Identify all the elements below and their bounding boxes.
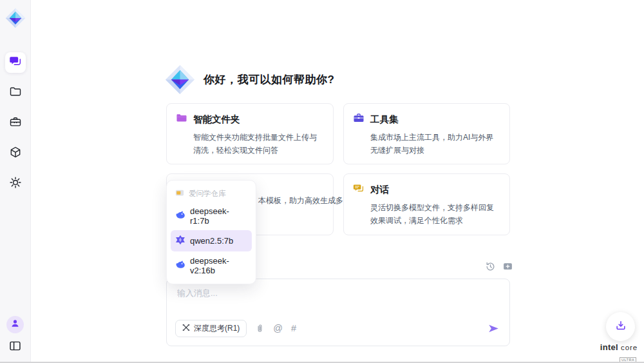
sidebar-item-tools[interactable] [5,113,26,133]
sidebar-nav [5,52,26,194]
toolbox-card-icon [353,112,365,126]
card-dialog[interactable]: 对话 灵活切换多模型文件，支持多样回复效果调试，满足个性化需求 [343,173,510,235]
sidebar-bottom [6,316,24,355]
user-avatar-icon [10,318,21,331]
composer-toolbar: 深度思考(R1) @ # [175,320,296,337]
core-wordmark: core [621,344,638,351]
card-description-fragment: 本模板，助力高效生成多 [258,195,343,206]
sidebar-item-settings[interactable] [5,173,26,194]
user-profile-button[interactable] [6,316,24,333]
history-button[interactable] [485,261,496,272]
smart-folder-icon [176,112,187,126]
model-dropdown-menu: 爱问学仓库 deepseek-r1:7b qwen2.5:7b deepseek… [166,180,256,284]
message-input[interactable] [177,288,486,315]
sidebar-item-models[interactable] [5,143,26,164]
card-description: 智能文件夹功能支持批量文件上传与清洗，轻松实现文件问答 [193,131,323,157]
model-option-deepseek-r1[interactable]: deepseek-r1:7b [171,202,252,230]
qwen-icon [175,235,185,247]
model-repository-icon [175,188,184,199]
sidebar-item-chat[interactable] [5,52,26,73]
card-title: 对话 [370,184,389,196]
panel-toggle-button[interactable] [8,339,22,355]
card-smart-folder[interactable]: 智能文件夹 智能文件夹功能支持批量文件上传与清洗，轻松实现文件问答 [166,103,334,164]
card-description: 灵活切换多模型文件，支持多样回复效果调试，满足个性化需求 [370,201,500,227]
card-description: 集成市场上主流工具，助力AI与外界无缝扩展与对接 [370,131,500,157]
assistant-logo-icon [165,64,195,95]
cube-icon [9,146,22,161]
download-icon [614,319,627,335]
deepseek-icon [175,260,185,272]
model-option-deepseek-v2[interactable]: deepseek-v2:16b [171,251,252,280]
chat-actions [485,261,513,272]
deepthink-icon [182,324,190,333]
toolbox-icon [9,115,22,131]
mention-button[interactable]: @ [273,324,283,333]
message-composer: 深度思考(R1) @ # [166,279,510,346]
greeting: 你好，我可以如何帮助你? [165,64,334,95]
model-option-qwen[interactable]: qwen2.5:7b [171,230,252,251]
send-button[interactable] [488,322,500,337]
deepthink-toggle-button[interactable]: 深度思考(R1) [175,320,247,337]
sidebar-item-folders[interactable] [5,83,26,103]
greeting-title: 你好，我可以如何帮助你? [204,72,334,87]
card-title: 工具集 [370,113,399,126]
intel-wordmark: intel [600,342,618,352]
deepseek-icon [175,210,185,222]
card-title: 智能文件夹 [193,113,240,126]
attach-file-button[interactable] [255,324,265,333]
settings-icon [9,176,22,191]
intel-core-logo: intel core ULTRA [599,342,639,363]
app-logo-icon [5,7,26,29]
new-chat-button[interactable] [502,261,513,272]
panel-toggle-icon [8,339,22,355]
topic-button[interactable]: # [291,324,296,333]
model-group-header: 爱问学仓库 [171,184,252,202]
download-button[interactable] [606,312,635,341]
chat-icon [9,55,22,70]
sidebar [0,0,31,363]
folder-icon [9,85,22,101]
card-toolset[interactable]: 工具集 集成市场上主流工具，助力AI与外界无缝扩展与对接 [343,103,510,164]
dialog-card-icon [353,182,365,197]
